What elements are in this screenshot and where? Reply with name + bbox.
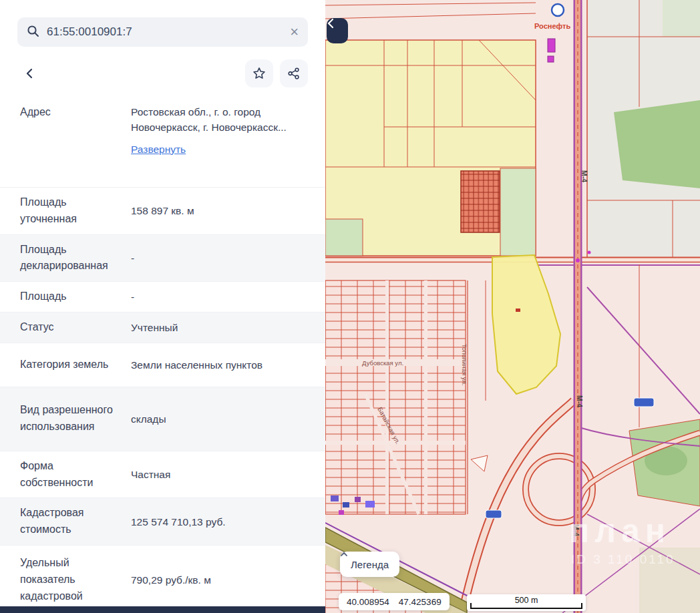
detail-label: Адрес xyxy=(20,104,122,121)
fuel-station-icon xyxy=(552,4,564,16)
detail-label: Площадь декларированная xyxy=(20,242,122,275)
detail-row-status: Статус Учтенный xyxy=(0,312,325,343)
detail-row-cadastral-value: Кадастровая стоимость 125 574 710,13 руб… xyxy=(0,497,325,545)
collapse-panel-button[interactable] xyxy=(327,18,348,43)
detail-value: Земли населенных пунктов xyxy=(131,357,308,373)
highway-label: М-4 xyxy=(580,170,588,182)
parcel-building-mark xyxy=(516,309,520,312)
search-icon xyxy=(27,25,39,40)
detail-label: Вид разрешенного использования xyxy=(20,402,122,435)
detail-value: - xyxy=(131,250,308,266)
road-number-badge xyxy=(634,398,654,407)
detail-label: Удельный показатель кадастровой xyxy=(20,555,122,604)
back-button[interactable] xyxy=(16,59,44,87)
expand-address-link[interactable]: Развернуть xyxy=(131,142,186,157)
scale-label: 500 m xyxy=(467,596,586,605)
search-bar: × xyxy=(17,17,308,47)
map-watermark: план ID 3 110 0110 xyxy=(569,512,675,566)
detail-value: Учтенный xyxy=(131,320,308,335)
road-number-badge xyxy=(486,510,502,518)
detail-row-permitted-use: Вид разрешенного использования склады xyxy=(0,387,325,451)
parcel-details-list: Адрес Ростовская обл., г. о. город Новоч… xyxy=(0,93,325,613)
detail-value: 790,29 руб./кв. м xyxy=(131,572,308,588)
detail-row-specific-value: Удельный показатель кадастровой 790,29 р… xyxy=(0,545,325,613)
legend-button[interactable]: Легенда xyxy=(340,552,399,577)
chevron-left-icon xyxy=(327,18,335,29)
share-button[interactable] xyxy=(280,59,308,87)
map-terrain-layer xyxy=(587,0,700,260)
detail-label: Площадь xyxy=(20,288,122,305)
garage-block xyxy=(461,171,500,232)
watermark-title: план xyxy=(569,512,671,550)
detail-row-land-category: Категория земель Земли населенных пункто… xyxy=(0,343,325,387)
highway-label: М-4 xyxy=(576,395,584,407)
detail-label: Форма собственности xyxy=(20,458,122,491)
detail-value: - xyxy=(131,289,308,304)
legend-label: Легенда xyxy=(351,559,389,570)
detail-label: Статус xyxy=(20,319,122,336)
street-label-topolinaya: Тополиная ул. xyxy=(461,344,468,385)
map-container: Роснефть xyxy=(325,0,700,613)
panel-footer-bar xyxy=(0,606,325,613)
detail-label: Кадастровая стоимость xyxy=(20,505,122,538)
detail-value: Ростовская обл., г. о. город Новочеркасс… xyxy=(131,104,308,136)
details-panel: × Адрес Ростовская обл., г. о. город Нов… xyxy=(0,0,325,613)
coordinate-lon: 40.008954 xyxy=(347,597,389,607)
street-label-dubovskaya: Дубовская ул. xyxy=(362,359,403,367)
chevron-up-icon xyxy=(340,552,348,557)
detail-row-area-refined: Площадь уточненная 158 897 кв. м xyxy=(0,187,325,234)
map-scale-bar: 500 m xyxy=(467,594,586,611)
watermark-id: ID 3 110 0110 xyxy=(571,552,675,566)
cadastral-map[interactable]: Роснефть xyxy=(325,0,700,613)
coordinates-badge: 40.008954 47.425369 xyxy=(339,593,450,610)
detail-label: Категория земель xyxy=(20,357,122,373)
detail-row-ownership: Форма собственности Частная xyxy=(0,451,325,498)
panel-toolbar xyxy=(16,59,308,88)
detail-value: 158 897 кв. м xyxy=(131,203,308,218)
detail-row-area-declared: Площадь декларированная - xyxy=(0,234,325,282)
scale-line xyxy=(470,608,582,609)
map-yellow-fields-layer xyxy=(325,3,536,256)
detail-value: 125 574 710,13 руб. xyxy=(131,514,308,530)
poi-label: Роснефть xyxy=(534,22,570,30)
detail-row-area: Площадь - xyxy=(0,281,325,312)
coordinate-lat: 47.425369 xyxy=(399,597,442,607)
clear-search-icon[interactable]: × xyxy=(290,25,299,39)
detail-label: Площадь уточненная xyxy=(20,194,122,228)
cadastral-map-app: × Адрес Ростовская обл., г. о. город Нов… xyxy=(0,0,700,613)
search-input[interactable] xyxy=(47,25,283,39)
favorite-star-button[interactable] xyxy=(245,59,273,87)
detail-row-address: Адрес Ростовская обл., г. о. город Новоч… xyxy=(0,93,325,187)
detail-value: склады xyxy=(131,411,308,427)
detail-value: Частная xyxy=(131,467,308,482)
